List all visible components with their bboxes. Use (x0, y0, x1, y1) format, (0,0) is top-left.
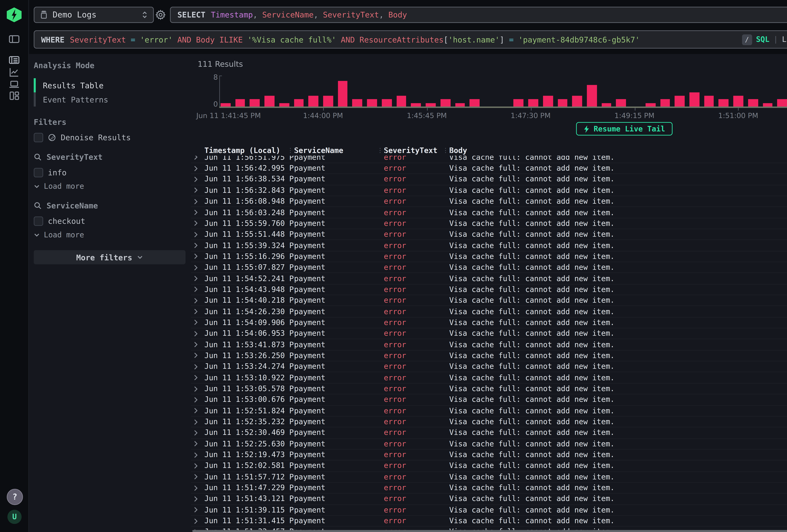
table-row[interactable]: Jun 11 1:56:03.248 PMpaymenterrorVisa ca… (191, 207, 787, 218)
row-expand-chevron-icon[interactable] (192, 485, 199, 491)
row-expand-chevron-icon[interactable] (192, 286, 199, 293)
load-more-button[interactable]: Load more (34, 182, 186, 191)
table-row[interactable]: Jun 11 1:56:32.843 PMpaymenterrorVisa ca… (191, 185, 787, 196)
row-expand-chevron-icon[interactable] (192, 209, 199, 216)
table-row[interactable]: Jun 11 1:56:08.948 PMpaymenterrorVisa ca… (191, 196, 787, 207)
row-expand-chevron-icon[interactable] (192, 231, 199, 238)
table-row[interactable]: Jun 11 1:53:24.274 PMpaymenterrorVisa ca… (191, 362, 787, 373)
row-expand-chevron-icon[interactable] (192, 385, 199, 392)
col-severitytext[interactable]: SeverityText (384, 146, 449, 155)
table-row[interactable]: Jun 11 1:51:43.121 PMpaymenterrorVisa ca… (191, 494, 787, 505)
table-row[interactable]: Jun 11 1:54:43.948 PMpaymenterrorVisa ca… (191, 284, 787, 295)
search-icon[interactable] (34, 153, 42, 161)
table-row[interactable]: Jun 11 1:52:02.581 PMpaymenterrorVisa ca… (191, 461, 787, 472)
resume-live-tail-button[interactable]: Resume Live Tail (576, 122, 673, 135)
row-expand-chevron-icon[interactable] (192, 374, 199, 381)
table-row[interactable]: Jun 11 1:53:10.922 PMpaymenterrorVisa ca… (191, 373, 787, 384)
table-row[interactable]: Jun 11 1:55:59.760 PMpaymenterrorVisa ca… (191, 218, 787, 229)
row-expand-chevron-icon[interactable] (192, 507, 199, 513)
row-expand-chevron-icon[interactable] (192, 264, 199, 271)
help-button[interactable]: ? (7, 489, 23, 505)
sidebar-toggle-icon[interactable] (8, 33, 20, 45)
analysis-mode-item[interactable]: Results Table (34, 78, 186, 92)
table-row[interactable]: Jun 11 1:55:51.448 PMpaymenterrorVisa ca… (191, 229, 787, 240)
analysis-mode-item[interactable]: Event Patterns (34, 92, 186, 107)
table-row[interactable]: Jun 11 1:55:07.827 PMpaymenterrorVisa ca… (191, 262, 787, 273)
table-row[interactable]: Jun 11 1:52:25.630 PMpaymenterrorVisa ca… (191, 439, 787, 450)
where-query-input[interactable]: WHERE SeverityText = 'error' AND Body IL… (34, 30, 787, 49)
table-row[interactable]: Jun 11 1:56:42.995 PMpaymenterrorVisa ca… (191, 163, 787, 174)
row-expand-chevron-icon[interactable] (192, 275, 199, 282)
column-resize-handle[interactable]: ⋮⋮ (377, 146, 388, 154)
row-expand-chevron-icon[interactable] (192, 253, 199, 260)
table-row[interactable]: Jun 11 1:51:47.229 PMpaymenterrorVisa ca… (191, 483, 787, 494)
filter-checkbox[interactable] (34, 216, 43, 226)
row-expand-chevron-icon[interactable] (192, 495, 199, 502)
row-expand-chevron-icon[interactable] (192, 451, 199, 458)
table-row[interactable]: Jun 11 1:56:38.534 PMpaymenterrorVisa ca… (191, 174, 787, 185)
row-expand-chevron-icon[interactable] (192, 165, 199, 172)
horizontal-scrollbar-thumb[interactable] (192, 530, 787, 532)
row-expand-chevron-icon[interactable] (192, 352, 199, 359)
table-row[interactable]: Jun 11 1:52:35.232 PMpaymenterrorVisa ca… (191, 417, 787, 428)
search-icon[interactable] (34, 201, 42, 210)
table-row[interactable]: Jun 11 1:54:09.906 PMpaymenterrorVisa ca… (191, 317, 787, 328)
row-expand-chevron-icon[interactable] (192, 330, 199, 337)
table-row[interactable]: Jun 11 1:55:39.324 PMpaymenterrorVisa ca… (191, 240, 787, 251)
row-expand-chevron-icon[interactable] (192, 187, 199, 194)
row-expand-chevron-icon[interactable] (192, 473, 199, 480)
sql-toggle[interactable]: SQL (756, 35, 769, 44)
table-row[interactable]: Jun 11 1:53:05.578 PMpaymenterrorVisa ca… (191, 384, 787, 395)
column-resize-handle[interactable]: ⋮⋮ (288, 146, 298, 154)
row-expand-chevron-icon[interactable] (192, 418, 199, 425)
table-row[interactable]: Jun 11 1:53:41.873 PMpaymenterrorVisa ca… (191, 340, 787, 350)
user-avatar[interactable]: U (7, 510, 22, 524)
table-row[interactable]: Jun 11 1:54:40.218 PMpaymenterrorVisa ca… (191, 295, 787, 306)
more-filters-button[interactable]: More filters (34, 250, 186, 264)
table-row[interactable]: Jun 11 1:53:00.676 PMpaymenterrorVisa ca… (191, 395, 787, 406)
search-logs-icon[interactable] (8, 54, 20, 66)
load-more-button[interactable]: Load more (34, 231, 186, 239)
row-expand-chevron-icon[interactable] (192, 156, 199, 161)
col-body[interactable]: Body (449, 146, 787, 155)
table-row[interactable]: Jun 11 1:52:19.473 PMpaymenterrorVisa ca… (191, 450, 787, 461)
row-expand-chevron-icon[interactable] (192, 220, 199, 227)
row-expand-chevron-icon[interactable] (192, 396, 199, 403)
table-row[interactable]: Jun 11 1:54:26.230 PMpaymenterrorVisa ca… (191, 306, 787, 317)
row-expand-chevron-icon[interactable] (192, 319, 199, 326)
row-expand-chevron-icon[interactable] (192, 341, 199, 348)
sessions-icon[interactable] (8, 78, 20, 90)
row-expand-chevron-icon[interactable] (192, 463, 199, 469)
row-expand-chevron-icon[interactable] (192, 198, 199, 205)
lucene-toggle[interactable]: Lucene (782, 35, 787, 44)
source-settings-gear-icon[interactable] (155, 9, 166, 20)
table-row[interactable]: Jun 11 1:51:39.115 PMpaymenterrorVisa ca… (191, 505, 787, 516)
table-row[interactable]: Jun 11 1:52:30.469 PMpaymenterrorVisa ca… (191, 428, 787, 439)
table-row[interactable]: Jun 11 1:51:57.712 PMpaymenterrorVisa ca… (191, 472, 787, 483)
table-row[interactable]: Jun 11 1:53:26.250 PMpaymenterrorVisa ca… (191, 350, 787, 362)
dashboards-icon[interactable] (8, 90, 20, 102)
denoise-checkbox[interactable] (34, 133, 43, 142)
row-expand-chevron-icon[interactable] (192, 429, 199, 436)
row-expand-chevron-icon[interactable] (192, 176, 199, 183)
col-timestamp[interactable]: Timestamp (Local) (205, 146, 294, 155)
row-expand-chevron-icon[interactable] (192, 407, 199, 414)
row-expand-chevron-icon[interactable] (192, 517, 199, 524)
table-row[interactable]: Jun 11 1:54:52.241 PMpaymenterrorVisa ca… (191, 273, 787, 284)
row-expand-chevron-icon[interactable] (192, 297, 199, 304)
table-row[interactable]: Jun 11 1:51:31.415 PMpaymenterrorVisa ca… (191, 516, 787, 527)
row-expand-chevron-icon[interactable] (192, 242, 199, 249)
table-row[interactable]: Jun 11 1:56:51.975 PMpaymenterrorVisa ca… (191, 156, 787, 163)
row-expand-chevron-icon[interactable] (192, 363, 199, 370)
table-row[interactable]: Jun 11 1:54:06.953 PMpaymenterrorVisa ca… (191, 328, 787, 340)
col-servicename[interactable]: ServiceName (294, 146, 384, 155)
table-row[interactable]: Jun 11 1:55:16.296 PMpaymenterrorVisa ca… (191, 251, 787, 262)
filter-checkbox[interactable] (34, 168, 43, 177)
app-logo-icon[interactable] (7, 7, 22, 22)
select-query-input[interactable]: SELECT Timestamp, ServiceName, SeverityT… (170, 7, 787, 23)
column-resize-handle[interactable]: ⋮⋮ (443, 146, 453, 154)
chart-explorer-icon[interactable] (8, 66, 20, 78)
row-expand-chevron-icon[interactable] (192, 440, 199, 447)
source-select[interactable]: Demo Logs (34, 7, 154, 23)
table-row[interactable]: Jun 11 1:52:51.824 PMpaymenterrorVisa ca… (191, 406, 787, 417)
